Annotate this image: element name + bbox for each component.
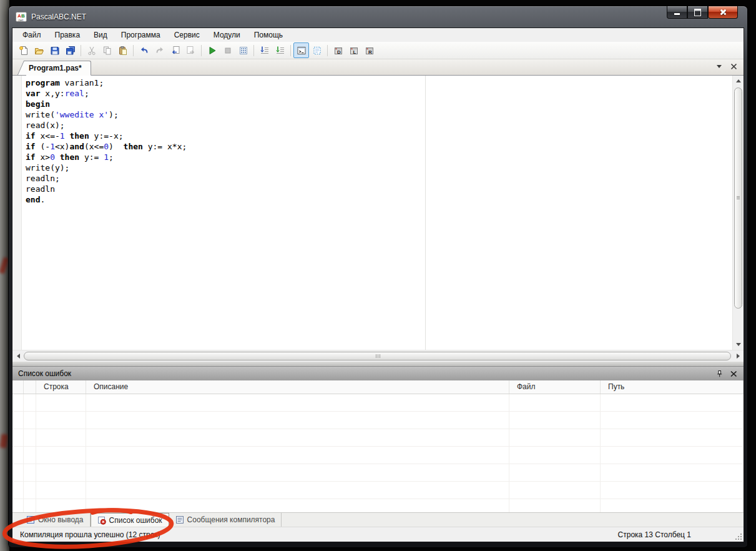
error-table-cell — [36, 412, 86, 429]
scrollbar-grip — [375, 354, 381, 358]
error-table-cell — [509, 499, 601, 512]
menu-edit[interactable]: Правка — [48, 29, 87, 41]
navigate-back-icon[interactable] — [167, 42, 183, 58]
navigate-forward-icon[interactable] — [183, 42, 199, 58]
vertical-scrollbar[interactable] — [732, 76, 744, 350]
error-table-cell — [86, 447, 509, 464]
error-table-header: СтрокаОписаниеФайлПуть — [12, 380, 744, 394]
copy-icon[interactable] — [99, 42, 115, 58]
error-table-cell — [509, 394, 601, 411]
tab-close-icon[interactable] — [730, 63, 737, 70]
paste-icon[interactable] — [115, 42, 130, 58]
code-text: program varian1;var x,y:real;beginwrite(… — [26, 77, 187, 205]
output-window-icon — [26, 515, 35, 524]
window-d-icon[interactable]: D — [330, 42, 346, 58]
save-all-icon[interactable] — [62, 42, 78, 58]
redo-icon[interactable] — [152, 42, 167, 58]
bottom-tab-errors[interactable]: Список ошибок — [91, 513, 169, 527]
resize-grip[interactable] — [735, 534, 742, 540]
error-table-cell — [86, 464, 509, 481]
error-panel-header: Список ошибок — [12, 366, 744, 380]
code-line: if x>0 then y:= 1; — [26, 152, 187, 162]
scroll-up-icon[interactable] — [733, 76, 744, 86]
error-table-cell — [12, 412, 24, 429]
close-icon[interactable] — [730, 370, 738, 378]
close-icon — [719, 8, 727, 16]
error-table-cell — [601, 394, 744, 411]
bottom-tab-compiler[interactable]: Сообщения компилятора — [169, 513, 282, 527]
window-title: PascalABC.NET — [31, 12, 86, 21]
panel-splitter[interactable] — [12, 362, 744, 366]
undo-icon[interactable] — [136, 42, 152, 58]
restore-button[interactable] — [687, 6, 708, 19]
code-line: readln; — [26, 173, 187, 184]
svg-text:.net: .net — [17, 18, 24, 22]
error-table-cell — [509, 447, 601, 464]
pin-icon[interactable] — [715, 370, 724, 378]
compiler-messages-icon — [175, 515, 184, 524]
tab-list-dropdown-icon[interactable] — [717, 65, 722, 68]
column-header-Описание[interactable]: Описание — [86, 380, 509, 394]
document-tab[interactable]: Program1.pas* — [26, 61, 91, 76]
column-header-icon-1[interactable] — [24, 380, 36, 394]
cut-icon[interactable] — [84, 42, 99, 58]
bottom-tab-output[interactable]: Окно вывода — [20, 513, 91, 527]
column-header-Путь[interactable]: Путь — [601, 380, 744, 394]
error-table-cell — [24, 429, 36, 446]
code-line: end. — [26, 194, 187, 205]
error-table-cell — [12, 499, 24, 512]
error-table-cell — [86, 412, 509, 429]
menu-program[interactable]: Программа — [114, 29, 167, 41]
menu-bar: ФайлПравкаВидПрограммаСервисМодулиПомощь — [12, 28, 744, 42]
code-line: begin — [26, 99, 187, 109]
horizontal-scrollbar-thumb[interactable] — [24, 352, 731, 360]
column-header-Файл[interactable]: Файл — [509, 380, 601, 394]
column-header-icon-0[interactable] — [12, 380, 24, 394]
code-editor[interactable]: program varian1;var x,y:real;beginwrite(… — [12, 76, 744, 350]
app-window: AB.net PascalABC.NET ФайлПравкаВидПрогра… — [9, 6, 747, 547]
menu-help[interactable]: Помощь — [247, 29, 290, 41]
menu-file[interactable]: Файл — [16, 29, 48, 41]
title-bar[interactable]: AB.net PascalABC.NET — [9, 6, 747, 27]
indent-decrease-icon[interactable] — [257, 42, 272, 58]
error-table-cell — [509, 412, 601, 429]
horizontal-scrollbar[interactable] — [12, 350, 744, 362]
format-code-icon[interactable] — [309, 42, 325, 58]
indent-increase-icon[interactable] — [272, 42, 288, 58]
window-l-icon[interactable]: L — [346, 42, 361, 58]
error-table-cell — [12, 429, 24, 446]
scroll-left-icon[interactable] — [13, 350, 23, 362]
vertical-scrollbar-thumb[interactable] — [734, 87, 742, 309]
menu-modules[interactable]: Модули — [207, 29, 247, 41]
console-window-icon[interactable] — [293, 42, 309, 58]
scroll-right-icon[interactable] — [733, 350, 743, 362]
run-icon[interactable] — [204, 42, 220, 58]
error-table-cell — [36, 464, 86, 481]
error-panel-title: Список ошибок — [18, 369, 709, 378]
column-header-Строка[interactable]: Строка — [36, 380, 86, 394]
stop-icon[interactable] — [220, 42, 235, 58]
code-line: write('wwedite x'); — [26, 109, 187, 120]
error-table-cell — [12, 464, 24, 481]
window-r-icon[interactable]: R — [361, 42, 377, 58]
code-line: readln — [26, 184, 187, 194]
code-line: if x<=-1 then y:=-x; — [26, 131, 187, 141]
menu-view[interactable]: Вид — [87, 29, 114, 41]
close-button[interactable] — [708, 6, 738, 19]
error-table-row — [12, 499, 744, 512]
scroll-down-icon[interactable] — [733, 339, 744, 350]
build-icon[interactable] — [235, 42, 251, 58]
menu-service[interactable]: Сервис — [167, 29, 207, 41]
open-file-icon[interactable] — [31, 42, 47, 58]
code-line: write(y); — [26, 162, 187, 173]
editor-margin-line — [425, 76, 426, 350]
error-table-cell — [509, 482, 601, 499]
minimize-button[interactable] — [667, 6, 687, 19]
new-file-icon[interactable] — [16, 42, 31, 58]
save-icon[interactable] — [47, 42, 62, 58]
error-table-cell — [86, 482, 509, 499]
desktop-background-strip — [0, 0, 9, 551]
status-message: Компиляция прошла успешно (12 строк) — [20, 530, 618, 539]
error-table-cell — [12, 447, 24, 464]
toolbar-separator — [327, 45, 328, 56]
